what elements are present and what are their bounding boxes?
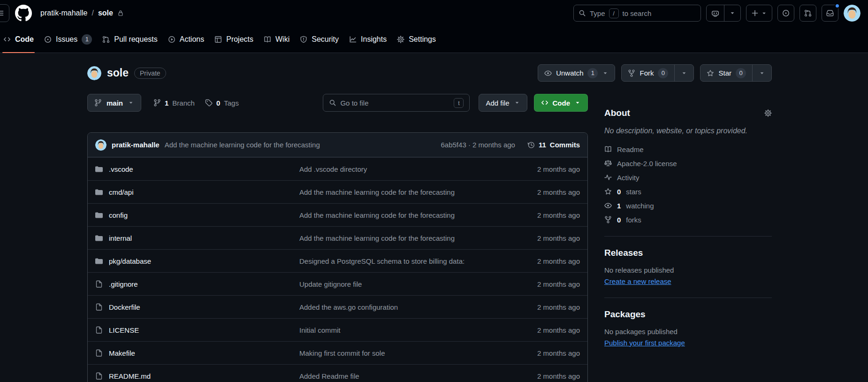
tab-label: Issues (56, 35, 77, 44)
commit-message-link[interactable]: Initial commit (299, 326, 505, 334)
tab-settings[interactable]: Settings (392, 26, 441, 53)
your-issues-button[interactable] (777, 5, 794, 22)
file-name: pkg/database (109, 257, 151, 265)
commit-sha-time-link[interactable]: 6ab5f43 · 2 months ago (441, 141, 515, 149)
commit-message-link[interactable]: Making first commit for sole (299, 349, 505, 357)
packages-title[interactable]: Packages (604, 309, 772, 320)
star-button[interactable]: Star 0 (700, 65, 752, 81)
add-file-button[interactable]: Add file (479, 94, 527, 112)
commit-message-link[interactable]: Add the machine learning code for the fo… (299, 188, 505, 196)
tab-code[interactable]: Code (0, 26, 39, 53)
publish-package-link[interactable]: Publish your first package (604, 339, 685, 347)
gear-icon (397, 36, 404, 43)
repo-forked-icon (604, 216, 612, 223)
git-pull-request-icon (804, 9, 812, 17)
divider (604, 298, 772, 298)
list-item-readme[interactable]: Readme (604, 145, 772, 153)
hamburger-menu-button[interactable] (0, 4, 9, 22)
list-item-stars[interactable]: 0 stars (604, 188, 772, 196)
file-table: pratik-mahalle Add the machine learning … (87, 132, 588, 382)
list-item-forks[interactable]: 0 forks (604, 216, 772, 224)
user-avatar-button[interactable] (844, 5, 860, 22)
visibility-badge: Private (134, 68, 166, 79)
tab-pull-requests[interactable]: Pull requests (97, 26, 163, 53)
commit-message-link[interactable]: Added Readme file (299, 372, 505, 380)
fork-button[interactable]: Fork 0 (622, 65, 674, 81)
tab-actions[interactable]: Actions (163, 26, 209, 53)
list-item-watching[interactable]: 1 watching (604, 202, 772, 210)
create-release-link[interactable]: Create a new release (604, 277, 671, 285)
git-branch-icon (94, 99, 102, 107)
file-link[interactable]: internal (95, 234, 299, 242)
tab-projects[interactable]: Projects (209, 26, 259, 53)
global-search-input[interactable]: Type / to search (573, 5, 701, 22)
file-link[interactable]: Dockerfile (95, 303, 299, 311)
go-to-file-input[interactable] (340, 99, 450, 107)
code-button[interactable]: Code (534, 94, 588, 112)
file-link[interactable]: pkg/database (95, 257, 299, 265)
file-link[interactable]: LICENSE (95, 326, 299, 334)
breadcrumb-owner-link[interactable]: pratik-mahalle (40, 9, 87, 17)
tab-issues[interactable]: Issues 1 (39, 26, 97, 53)
repo-sidebar: About No description, website, or topics… (604, 94, 772, 347)
search-icon (579, 9, 586, 17)
releases-title[interactable]: Releases (604, 248, 772, 258)
file-link[interactable]: .vscode (95, 165, 299, 173)
fork-dropdown-button[interactable] (675, 65, 693, 81)
repo-tab-nav: Code Issues 1 Pull requests Actions Proj… (0, 26, 868, 53)
file-link[interactable]: cmd/api (95, 188, 299, 196)
commit-message-link[interactable]: Designed a PostgreSQL schema to store bi… (299, 257, 505, 265)
table-row: Dockerfile Added the aws.go configuratio… (88, 295, 587, 318)
folder-icon (95, 165, 103, 173)
file-commit-time: 2 months ago (505, 280, 580, 288)
chevron-down-icon (574, 99, 581, 106)
main-column: main 1 Branch 0 Tags t (87, 94, 588, 382)
file-link[interactable]: config (95, 211, 299, 219)
tab-label: Security (312, 35, 339, 44)
table-row: LICENSE Initial commit 2 months ago (88, 318, 587, 341)
book-icon (264, 36, 271, 43)
commit-message-link[interactable]: Add the machine learning code for the fo… (165, 141, 320, 149)
repo-title[interactable]: sole (107, 67, 129, 79)
fork-label: Fork (640, 69, 654, 77)
commit-message-link[interactable]: Added the aws.go configuration (299, 303, 505, 311)
list-item-license[interactable]: Apache-2.0 license (604, 160, 772, 168)
tab-wiki[interactable]: Wiki (259, 26, 295, 53)
commit-message-link[interactable]: Add the machine learning code for the fo… (299, 211, 505, 219)
file-link[interactable]: Makefile (95, 349, 299, 357)
list-item-activity[interactable]: Activity (604, 174, 772, 182)
file-link[interactable]: .gitignore (95, 280, 299, 288)
file-icon (95, 326, 103, 334)
your-pull-requests-button[interactable] (799, 5, 816, 22)
tab-label: Insights (361, 35, 387, 44)
copilot-dropdown-button[interactable] (724, 5, 740, 21)
copilot-button[interactable] (707, 5, 724, 21)
breadcrumb-repo-link[interactable]: sole (98, 9, 113, 17)
file-commit-time: 2 months ago (505, 234, 580, 242)
file-link[interactable]: README.md (95, 372, 299, 380)
tab-security[interactable]: Security (295, 26, 344, 53)
commit-message-link[interactable]: Add .vscode directory (299, 165, 505, 173)
github-logo[interactable] (15, 5, 32, 22)
file-name: internal (109, 234, 132, 242)
search-icon (329, 99, 336, 107)
tags-link[interactable]: 0 Tags (205, 99, 239, 107)
stars-count: 0 (617, 188, 621, 196)
commits-label: Commits (550, 141, 580, 149)
avatar-image (87, 66, 101, 80)
edit-repo-details-button[interactable] (764, 109, 772, 117)
repo-owner-avatar[interactable] (87, 66, 101, 80)
commit-message-link[interactable]: Add the machine learning code for the fo… (299, 234, 505, 242)
commit-message-link[interactable]: Update gitignore file (299, 280, 505, 288)
branch-selector-button[interactable]: main (87, 94, 141, 112)
folder-icon (95, 234, 103, 242)
branches-link[interactable]: 1 Branch (153, 99, 195, 107)
commit-history-link[interactable]: 11 Commits (527, 141, 580, 149)
commit-author-avatar[interactable] (95, 139, 107, 151)
tab-insights[interactable]: Insights (344, 26, 392, 53)
star-dropdown-button[interactable] (753, 65, 771, 81)
git-pull-request-icon (102, 36, 110, 43)
create-new-button[interactable] (746, 5, 772, 21)
unwatch-button[interactable]: Unwatch 1 (538, 64, 615, 82)
commit-author-link[interactable]: pratik-mahalle (112, 141, 160, 149)
